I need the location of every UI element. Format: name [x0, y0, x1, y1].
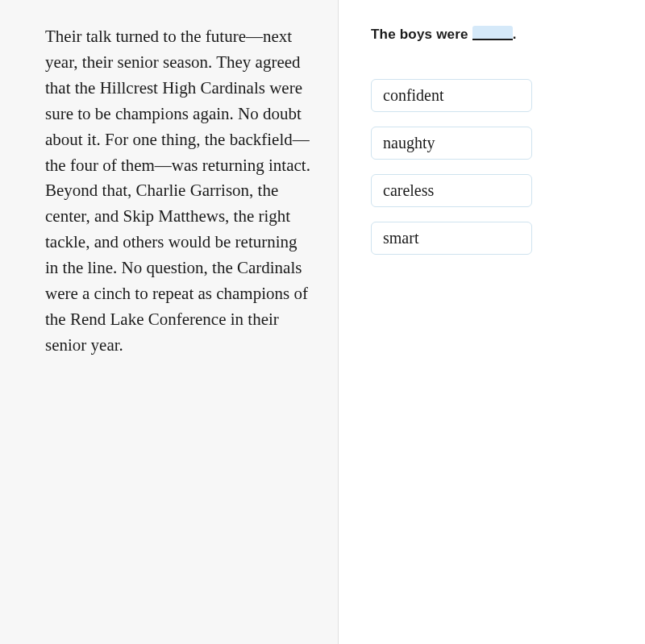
answer-list: confident naughty careless smart: [371, 79, 532, 255]
question-suffix: .: [513, 27, 517, 42]
question-prefix: The boys were: [371, 27, 472, 42]
answer-label: confident: [383, 86, 444, 104]
passage-text: Their talk turned to the future—next yea…: [45, 24, 314, 359]
passage-pane: Their talk turned to the future—next yea…: [0, 0, 339, 644]
question-prompt: The boys were .: [371, 24, 613, 43]
answer-label: naughty: [383, 134, 435, 152]
answer-option-careless[interactable]: careless: [371, 174, 532, 207]
answer-label: smart: [383, 229, 418, 247]
answer-option-naughty[interactable]: naughty: [371, 127, 532, 160]
answer-option-confident[interactable]: confident: [371, 79, 532, 112]
answer-label: careless: [383, 181, 434, 199]
answer-option-smart[interactable]: smart: [371, 222, 532, 255]
blank-slot[interactable]: [472, 26, 513, 40]
question-pane: The boys were . confident naughty carele…: [339, 0, 645, 644]
